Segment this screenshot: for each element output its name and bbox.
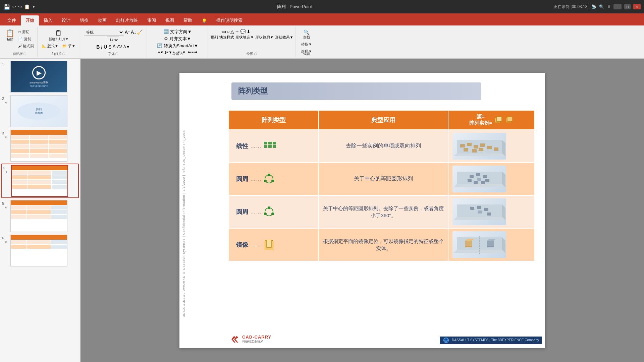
slide-thumbnail-3[interactable]: 3 ★ [1, 129, 79, 162]
table-cell-circular1-type: 圆周 …… [228, 163, 319, 195]
tab-home[interactable]: 开始 [21, 15, 39, 25]
shape-fill-button[interactable]: 形状填充▼ [235, 35, 254, 40]
align-text-button[interactable]: ⚙ 对齐文本▼ [164, 36, 191, 42]
undo-icon[interactable]: ↩ [12, 4, 16, 9]
redo-icon[interactable]: ↪ [18, 4, 22, 9]
svg-rect-18 [487, 146, 492, 149]
editing-group: 🔍 查找 替换▼ 选择▼ 编辑 [297, 27, 317, 57]
align-center-button[interactable]: ≡ [192, 50, 194, 54]
tab-help[interactable]: 帮助 [179, 15, 197, 25]
slide-thumbnail-1[interactable]: 1 ▶ SolidWorks阵列 3DEXPERIENCE [1, 60, 79, 93]
replace-button[interactable]: 替换▼ [300, 41, 313, 48]
font-color-button[interactable]: A▼ [123, 45, 130, 49]
find-button[interactable]: 🔍 查找 [302, 29, 312, 41]
font-family-select[interactable]: 等线 [84, 29, 124, 36]
svg-rect-1 [496, 117, 502, 121]
strikethrough-button[interactable]: S [108, 44, 111, 50]
main-area: 1 ▶ SolidWorks阵列 3DEXPERIENCE 2 ★ 阵列结构图 [0, 59, 644, 362]
font-size-select[interactable]: 14 [107, 37, 119, 43]
svg-rect-6 [268, 142, 272, 144]
table-header-type: 阵列类型 [228, 110, 319, 130]
table-cell-circular1-example [448, 163, 535, 195]
cut-button[interactable]: ✂ 剪切 [17, 29, 35, 35]
arrange-button[interactable]: 排列 [211, 35, 218, 40]
svg-rect-14 [460, 144, 465, 147]
shape-arrow-icon[interactable]: → [235, 29, 239, 34]
svg-rect-37 [477, 178, 481, 181]
slide-star-5: ★ [4, 205, 7, 209]
tab-animations[interactable]: 动画 [93, 15, 111, 25]
shape-callout-icon[interactable]: 💬 [240, 29, 246, 34]
customize-icon[interactable]: 📋 [24, 4, 30, 9]
tab-ideas[interactable]: 💡 [197, 16, 212, 25]
shape-effects-button[interactable]: 形状效果▼ [275, 35, 293, 40]
slides-group: 🗒 新建幻灯片▼ 📐 版式▼ 📂 节▼ 幻灯片 ⬡ [38, 27, 79, 57]
format-painter-button[interactable]: 🖌 格式刷 [17, 43, 35, 49]
bold-button[interactable]: B [96, 44, 100, 50]
layout-button[interactable]: 📐 版式▼ [40, 43, 60, 49]
display-icon[interactable]: 🖥 [607, 4, 611, 9]
char-spacing-button[interactable]: AV [117, 45, 122, 49]
tab-slideshow[interactable]: 幻灯片放映 [111, 15, 143, 25]
svg-point-41 [264, 213, 267, 215]
minimize-button[interactable]: — [613, 4, 622, 9]
quick-styles-button[interactable]: 快速样式 [219, 35, 234, 40]
slide-thumbnail-2[interactable]: 2 ★ 阵列结构图 [1, 95, 79, 128]
underline-button[interactable]: U [104, 44, 107, 50]
align-left-button[interactable]: ⬅ [188, 50, 191, 54]
svg-point-40 [271, 213, 274, 215]
circular1-label: 圆周 [236, 175, 248, 183]
section-button[interactable]: 📂 节▼ [61, 43, 77, 49]
italic-button[interactable]: I [101, 44, 102, 50]
shape-ellipse-icon[interactable]: ○ [227, 29, 229, 34]
tab-design[interactable]: 设计 [57, 15, 75, 25]
font-grow-icon[interactable]: A↑ [125, 29, 130, 35]
slides-group-label: 幻灯片 ⬡ [52, 52, 66, 56]
numbering-button[interactable]: 1≡▼ [164, 50, 172, 54]
new-slide-button[interactable]: 🗒 新建幻灯片▼ [47, 29, 70, 42]
tab-view[interactable]: 视图 [161, 15, 179, 25]
copy-button[interactable]: 📄 复制 [17, 36, 35, 42]
slide-thumbnail-4[interactable]: 4 ★ [1, 164, 79, 198]
tab-insert[interactable]: 插入 [39, 15, 57, 25]
slide-star-4: ★ [5, 170, 8, 174]
slide-logo-left: CAD-CARRY 科德锐工业技术 [231, 335, 271, 344]
slide-thumbnail-6[interactable]: 6 ★ [1, 234, 79, 267]
slide-number-4: 4 [3, 165, 10, 170]
bullets-button[interactable]: ≡▼ [158, 50, 164, 54]
tab-transitions[interactable]: 切换 [75, 15, 93, 25]
font-shrink-icon[interactable]: A↓ [131, 29, 136, 35]
table-cell-linear-example [448, 130, 535, 163]
svg-rect-20 [472, 149, 477, 153]
search-icon[interactable]: 🔍 [599, 4, 604, 9]
shape-rect-icon[interactable]: ▭ [222, 29, 226, 34]
svg-rect-17 [480, 143, 485, 147]
cadcarry-logo-icon [231, 336, 241, 343]
svg-rect-34 [485, 179, 489, 182]
shadow-button[interactable]: S̈ [113, 45, 116, 49]
tab-review[interactable]: 审阅 [143, 15, 161, 25]
shape-more-icon[interactable]: ⬇ [247, 29, 251, 34]
align-right-button[interactable]: ➡ [194, 50, 197, 54]
logo-cadcarry-text: CAD-CARRY [242, 335, 271, 340]
maximize-button[interactable]: □ [624, 4, 631, 9]
svg-marker-13 [502, 140, 505, 156]
tab-search[interactable]: 操作说明搜索 [212, 15, 247, 25]
svg-rect-48 [487, 213, 491, 216]
paste-button[interactable]: 📋 粘贴 [4, 29, 16, 49]
convert-smartart-button[interactable]: 🔄 转换为SmartArt▼ [157, 43, 198, 49]
text-direction-button[interactable]: 🔤 文字方向▼ [163, 29, 192, 35]
slide-number-6: 6 [2, 235, 9, 240]
svg-rect-45 [470, 207, 474, 210]
close-button[interactable]: ✕ [633, 4, 641, 9]
slide-thumbnail-5[interactable]: 5 ★ [1, 199, 79, 233]
svg-rect-16 [474, 145, 478, 148]
tab-file[interactable]: 文件 [3, 15, 21, 25]
svg-point-25 [271, 180, 274, 182]
svg-marker-11 [453, 154, 505, 156]
shape-outline-button[interactable]: 形状轮廓▼ [255, 35, 274, 40]
clear-format-icon[interactable]: 🧹 [137, 29, 143, 35]
dropdown-icon[interactable]: ▼ [32, 5, 36, 9]
shape-triangle-icon[interactable]: △ [230, 29, 234, 34]
save-icon[interactable]: 💾 [3, 4, 10, 10]
